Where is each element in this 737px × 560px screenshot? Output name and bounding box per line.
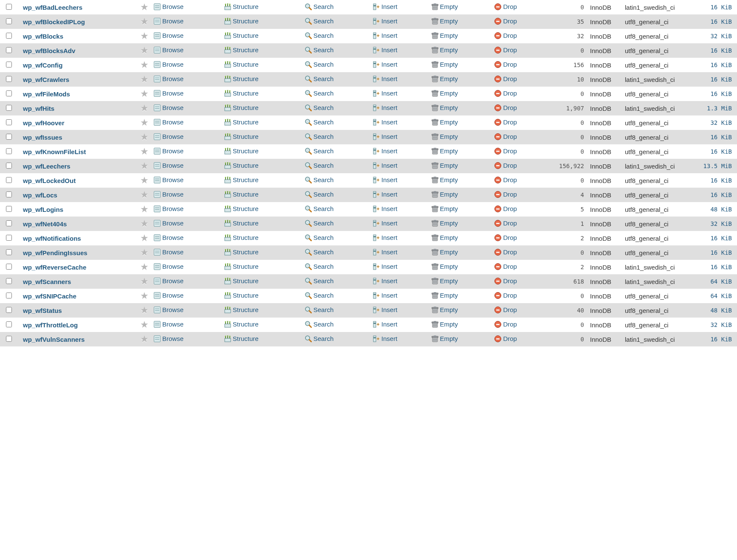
table-name-link[interactable]: wp_wfStatus (23, 307, 62, 314)
insert-action[interactable]: Insert (373, 277, 398, 284)
insert-action[interactable]: Insert (373, 90, 398, 97)
empty-action[interactable]: Empty (432, 133, 458, 140)
row-checkbox[interactable] (6, 47, 12, 53)
structure-action[interactable]: Structure (224, 90, 259, 97)
row-checkbox[interactable] (6, 33, 12, 39)
star-icon[interactable]: ★ (140, 306, 149, 315)
empty-action[interactable]: Empty (432, 162, 458, 169)
search-action[interactable]: Search (305, 118, 334, 126)
empty-action[interactable]: Empty (432, 277, 458, 284)
insert-action[interactable]: Insert (373, 176, 398, 183)
browse-action[interactable]: Browse (154, 46, 184, 53)
star-icon[interactable]: ★ (140, 60, 149, 70)
table-name-link[interactable]: wp_wfBadLeechers (23, 4, 82, 11)
star-icon[interactable]: ★ (140, 277, 149, 286)
insert-action[interactable]: Insert (373, 147, 398, 155)
browse-action[interactable]: Browse (154, 191, 184, 198)
structure-action[interactable]: Structure (224, 61, 259, 68)
empty-action[interactable]: Empty (432, 17, 458, 25)
star-icon[interactable]: ★ (140, 335, 149, 344)
row-checkbox[interactable] (6, 90, 12, 96)
drop-action[interactable]: Drop (494, 104, 517, 111)
empty-action[interactable]: Empty (432, 118, 458, 126)
browse-action[interactable]: Browse (154, 321, 184, 328)
drop-action[interactable]: Drop (494, 335, 517, 342)
drop-action[interactable]: Drop (494, 32, 517, 39)
structure-action[interactable]: Structure (224, 263, 259, 270)
table-name-link[interactable]: wp_wfLogins (23, 206, 63, 213)
row-checkbox[interactable] (6, 148, 12, 154)
drop-action[interactable]: Drop (494, 234, 517, 241)
search-action[interactable]: Search (305, 3, 334, 10)
search-action[interactable]: Search (305, 147, 334, 155)
star-icon[interactable]: ★ (140, 31, 149, 41)
insert-action[interactable]: Insert (373, 75, 398, 82)
table-name-link[interactable]: wp_wfHoover (23, 119, 65, 127)
browse-action[interactable]: Browse (154, 306, 184, 313)
search-action[interactable]: Search (305, 234, 334, 241)
structure-action[interactable]: Structure (224, 162, 259, 169)
browse-action[interactable]: Browse (154, 3, 184, 10)
row-checkbox[interactable] (6, 307, 12, 313)
table-name-link[interactable]: wp_wfScanners (23, 278, 71, 285)
insert-action[interactable]: Insert (373, 3, 398, 10)
browse-action[interactable]: Browse (154, 32, 184, 39)
structure-action[interactable]: Structure (224, 46, 259, 53)
table-name-link[interactable]: wp_wfKnownFileList (23, 148, 86, 155)
empty-action[interactable]: Empty (432, 176, 458, 183)
row-checkbox[interactable] (6, 293, 12, 298)
browse-action[interactable]: Browse (154, 234, 184, 241)
empty-action[interactable]: Empty (432, 191, 458, 198)
drop-action[interactable]: Drop (494, 46, 517, 53)
drop-action[interactable]: Drop (494, 75, 517, 82)
search-action[interactable]: Search (305, 335, 334, 342)
browse-action[interactable]: Browse (154, 75, 184, 82)
browse-action[interactable]: Browse (154, 219, 184, 227)
table-name-link[interactable]: wp_wfReverseCache (23, 264, 86, 271)
empty-action[interactable]: Empty (432, 335, 458, 342)
row-checkbox[interactable] (6, 177, 12, 183)
insert-action[interactable]: Insert (373, 205, 398, 212)
row-checkbox[interactable] (6, 336, 12, 342)
empty-action[interactable]: Empty (432, 90, 458, 97)
row-checkbox[interactable] (6, 191, 12, 197)
browse-action[interactable]: Browse (154, 335, 184, 342)
insert-action[interactable]: Insert (373, 32, 398, 39)
row-checkbox[interactable] (6, 134, 12, 140)
insert-action[interactable]: Insert (373, 118, 398, 126)
browse-action[interactable]: Browse (154, 162, 184, 169)
star-icon[interactable]: ★ (140, 234, 149, 243)
empty-action[interactable]: Empty (432, 75, 458, 82)
search-action[interactable]: Search (305, 306, 334, 313)
table-name-link[interactable]: wp_wfThrottleLog (23, 321, 78, 329)
search-action[interactable]: Search (305, 133, 334, 140)
row-checkbox[interactable] (6, 206, 12, 212)
browse-action[interactable]: Browse (154, 292, 184, 299)
search-action[interactable]: Search (305, 248, 334, 256)
drop-action[interactable]: Drop (494, 162, 517, 169)
drop-action[interactable]: Drop (494, 61, 517, 68)
table-name-link[interactable]: wp_wfLeechers (23, 163, 71, 170)
empty-action[interactable]: Empty (432, 292, 458, 299)
insert-action[interactable]: Insert (373, 46, 398, 53)
drop-action[interactable]: Drop (494, 133, 517, 140)
star-icon[interactable]: ★ (140, 262, 149, 272)
star-icon[interactable]: ★ (140, 89, 149, 98)
insert-action[interactable]: Insert (373, 191, 398, 198)
structure-action[interactable]: Structure (224, 32, 259, 39)
browse-action[interactable]: Browse (154, 90, 184, 97)
structure-action[interactable]: Structure (224, 219, 259, 227)
search-action[interactable]: Search (305, 162, 334, 169)
star-icon[interactable]: ★ (140, 205, 149, 214)
empty-action[interactable]: Empty (432, 32, 458, 39)
table-name-link[interactable]: wp_wfBlockedIPLog (23, 18, 85, 25)
insert-action[interactable]: Insert (373, 234, 398, 241)
empty-action[interactable]: Empty (432, 234, 458, 241)
drop-action[interactable]: Drop (494, 191, 517, 198)
insert-action[interactable]: Insert (373, 306, 398, 313)
row-checkbox[interactable] (6, 4, 12, 10)
empty-action[interactable]: Empty (432, 46, 458, 53)
table-name-link[interactable]: wp_wfSNIPCache (23, 293, 76, 300)
search-action[interactable]: Search (305, 61, 334, 68)
star-icon[interactable]: ★ (140, 147, 149, 156)
